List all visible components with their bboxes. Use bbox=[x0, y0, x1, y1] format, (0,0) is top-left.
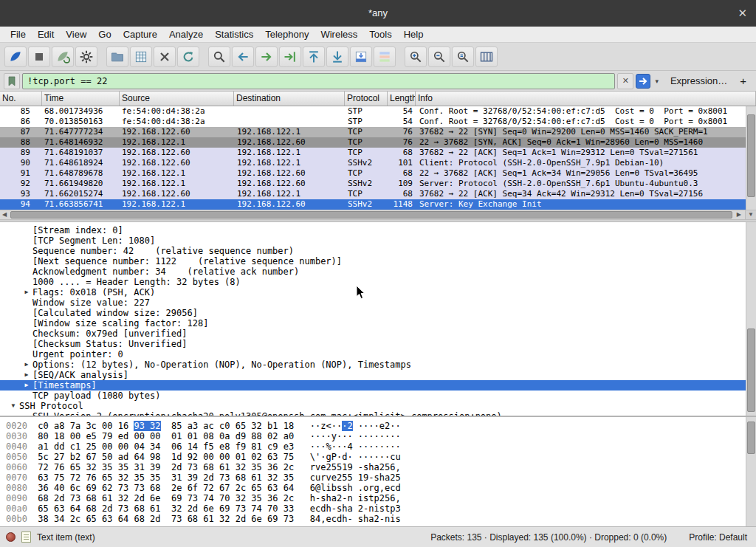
filter-dropdown-icon[interactable]: ▾ bbox=[653, 78, 661, 85]
menu-item-view[interactable]: View bbox=[60, 27, 92, 41]
profile-status[interactable]: Profile: Default bbox=[689, 532, 747, 543]
packet-row-87[interactable]: 8771.647777234192.168.122.60192.168.122.… bbox=[0, 127, 756, 137]
column-header-no[interactable]: No. bbox=[0, 92, 42, 106]
find-packet-button[interactable] bbox=[208, 47, 230, 67]
packet-row-90[interactable]: 9071.648618924192.168.122.60192.168.122.… bbox=[0, 158, 756, 168]
go-to-packet-button[interactable] bbox=[279, 47, 301, 67]
menu-item-go[interactable]: Go bbox=[92, 27, 117, 41]
menu-item-analyze[interactable]: Analyze bbox=[163, 27, 209, 41]
column-header-time[interactable]: Time bbox=[42, 92, 120, 106]
go-last-button[interactable] bbox=[326, 47, 348, 67]
detail-line[interactable]: [TCP Segment Len: 1080] bbox=[0, 235, 756, 246]
filter-clear-button[interactable]: ✕ bbox=[617, 73, 633, 89]
detail-line[interactable]: Sequence number: 42 (relative sequence n… bbox=[0, 246, 756, 256]
expanded-arrow-icon[interactable]: ▼ bbox=[7, 401, 19, 411]
stop-capture-button[interactable] bbox=[28, 47, 50, 67]
hex-row[interactable]: 0090 68 2d 73 68 61 32 2d 6e 69 73 74 70… bbox=[6, 493, 756, 503]
packet-row-92[interactable]: 9271.661949820192.168.122.1192.168.122.6… bbox=[0, 179, 756, 189]
detail-line[interactable]: ▶[Timestamps] bbox=[0, 380, 756, 391]
resize-columns-button[interactable] bbox=[475, 47, 498, 67]
detail-line[interactable]: [Next sequence number: 1122 (relative se… bbox=[0, 256, 756, 266]
hex-row[interactable]: 0080 36 40 6c 69 62 73 73 68 2e 6f 72 67… bbox=[6, 483, 756, 493]
capture-options-button[interactable] bbox=[75, 47, 97, 67]
scroll-down-icon[interactable]: ▼ bbox=[745, 210, 756, 219]
packet-row-86[interactable]: 8670.013850163fe:54:00:d4:38:2aSTP54Conf… bbox=[0, 117, 756, 127]
detail-line[interactable]: SSH Version 2 (encryption:chacha20-poly1… bbox=[0, 411, 756, 416]
hex-row[interactable]: 00a0 65 63 64 68 2d 73 68 61 32 2d 6e 69… bbox=[6, 503, 756, 514]
zoom-in-button[interactable] bbox=[405, 47, 427, 67]
scroll-thumb[interactable] bbox=[747, 422, 755, 454]
display-filter-input[interactable] bbox=[22, 73, 615, 89]
packet-row-91[interactable]: 9171.648789678192.168.122.1192.168.122.6… bbox=[0, 168, 756, 179]
packet-list-vscrollbar[interactable] bbox=[746, 106, 756, 210]
menu-item-tools[interactable]: Tools bbox=[363, 27, 397, 41]
save-capture-button[interactable] bbox=[130, 47, 152, 67]
colorize-button[interactable] bbox=[374, 47, 396, 67]
hex-row[interactable]: 0070 63 75 72 76 65 32 35 35 31 39 2d 73… bbox=[6, 472, 756, 483]
restart-capture-button[interactable] bbox=[52, 47, 74, 67]
title-bar[interactable]: *any ✕ bbox=[0, 0, 756, 27]
detail-line[interactable]: TCP payload (1080 bytes) bbox=[0, 391, 756, 401]
scroll-left-icon[interactable]: ◀ bbox=[2, 210, 7, 219]
packet-row-88[interactable]: 8871.648146932192.168.122.1192.168.122.6… bbox=[0, 137, 756, 148]
menu-item-statistics[interactable]: Statistics bbox=[209, 27, 259, 41]
scroll-thumb[interactable] bbox=[747, 114, 755, 197]
hex-row[interactable]: 0020 c0 a8 7a 3c 00 16 93 32 85 a3 ac c0… bbox=[6, 421, 756, 431]
zoom-out-button[interactable] bbox=[428, 47, 450, 67]
hex-row[interactable]: 0030 80 18 00 e5 79 ed 00 00 01 01 08 0a… bbox=[6, 431, 756, 441]
filter-bookmark-button[interactable] bbox=[4, 73, 20, 89]
detail-line[interactable]: 1000 .... = Header Length: 32 bytes (8) bbox=[0, 277, 756, 287]
go-first-button[interactable] bbox=[303, 47, 325, 67]
auto-scroll-button[interactable] bbox=[350, 47, 372, 67]
detail-line[interactable]: [Checksum Status: Unverified] bbox=[0, 339, 756, 349]
menu-item-file[interactable]: File bbox=[4, 27, 32, 41]
hex-row[interactable]: 0050 5c 27 b2 67 50 ad 64 98 1d 92 00 00… bbox=[6, 452, 756, 462]
expert-info-icon[interactable] bbox=[6, 532, 16, 542]
detail-line[interactable]: Urgent pointer: 0 bbox=[0, 349, 756, 359]
packet-row-89[interactable]: 8971.648191037192.168.122.60192.168.122.… bbox=[0, 148, 756, 158]
detail-line[interactable]: [Stream index: 0] bbox=[0, 225, 756, 235]
scroll-right-icon[interactable]: ▶ bbox=[737, 210, 741, 219]
hex-row[interactable]: 0040 a1 dd c1 25 00 00 04 34 06 14 f5 e8… bbox=[6, 441, 756, 452]
window-close-icon[interactable]: ✕ bbox=[738, 0, 747, 27]
detail-line[interactable]: ▶Options: (12 bytes), No-Operation (NOP)… bbox=[0, 359, 756, 370]
zoom-original-button[interactable] bbox=[452, 47, 474, 67]
capture-comment-icon[interactable] bbox=[21, 531, 31, 543]
column-header-source[interactable]: Source bbox=[120, 92, 234, 106]
packet-row-93[interactable]: 9371.662015274192.168.122.60192.168.122.… bbox=[0, 189, 756, 199]
hex-row[interactable]: 00b0 38 34 2c 65 63 64 68 2d 73 68 61 32… bbox=[6, 514, 756, 524]
packet-row-85[interactable]: 8568.001734936fe:54:00:d4:38:2aSTP54Conf… bbox=[0, 106, 756, 117]
hex-vscrollbar[interactable] bbox=[746, 417, 756, 526]
detail-line[interactable]: ▶Flags: 0x018 (PSH, ACK) bbox=[0, 287, 756, 297]
hex-row[interactable]: 0060 72 76 65 32 35 35 31 39 2d 73 68 61… bbox=[6, 462, 756, 472]
collapsed-arrow-icon[interactable]: ▶ bbox=[21, 380, 32, 391]
collapsed-arrow-icon[interactable]: ▶ bbox=[21, 287, 32, 297]
detail-line[interactable]: Window size value: 227 bbox=[0, 297, 756, 308]
go-back-button[interactable] bbox=[232, 47, 254, 67]
detail-line[interactable]: [Window size scaling factor: 128] bbox=[0, 318, 756, 328]
close-capture-button[interactable] bbox=[154, 47, 176, 67]
detail-line[interactable]: [Calculated window size: 29056] bbox=[0, 308, 756, 318]
packet-list-hscrollbar[interactable]: ◀ ▶ ▼ bbox=[0, 210, 756, 219]
collapsed-arrow-icon[interactable]: ▶ bbox=[21, 359, 32, 370]
open-capture-button[interactable] bbox=[106, 47, 128, 67]
menu-item-wireless[interactable]: Wireless bbox=[315, 27, 363, 41]
start-capture-button[interactable] bbox=[4, 47, 27, 67]
go-forward-button[interactable] bbox=[255, 47, 278, 67]
collapsed-arrow-icon[interactable]: ▶ bbox=[21, 370, 32, 380]
column-header-length[interactable]: Length bbox=[388, 92, 416, 106]
menu-item-edit[interactable]: Edit bbox=[32, 27, 60, 41]
packet-row-94[interactable]: 9471.663856741192.168.122.1192.168.122.6… bbox=[0, 199, 756, 210]
menu-item-capture[interactable]: Capture bbox=[117, 27, 163, 41]
expression-button[interactable]: Expression… bbox=[663, 75, 735, 86]
detail-line[interactable]: ▼SSH Protocol bbox=[0, 401, 756, 411]
detail-line[interactable]: Acknowledgment number: 34 (relative ack … bbox=[0, 266, 756, 277]
filter-add-button[interactable]: + bbox=[737, 75, 752, 87]
column-header-info[interactable]: Info bbox=[416, 92, 756, 106]
column-header-destination[interactable]: Destination bbox=[234, 92, 345, 106]
scroll-thumb[interactable] bbox=[747, 328, 755, 412]
detail-line[interactable]: Checksum: 0x79ed [unverified] bbox=[0, 328, 756, 339]
filter-apply-button[interactable] bbox=[636, 74, 650, 89]
detail-line[interactable]: ▶[SEQ/ACK analysis] bbox=[0, 370, 756, 380]
details-vscrollbar[interactable] bbox=[746, 222, 756, 416]
